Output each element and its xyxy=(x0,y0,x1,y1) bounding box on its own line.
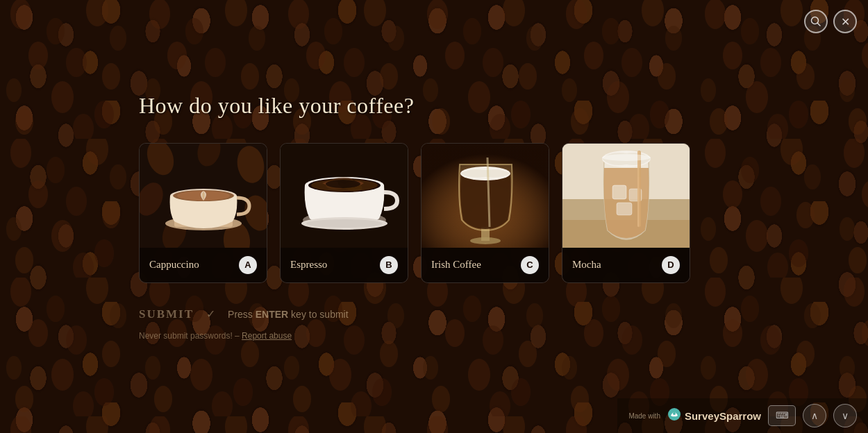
enter-hint: Press ENTER key to submit xyxy=(228,309,349,320)
cappuccino-footer: Cappuccino A xyxy=(140,248,267,282)
option-irish[interactable]: Irish Coffee C xyxy=(421,143,549,283)
enter-key-text: ENTER xyxy=(256,309,288,320)
svg-point-23 xyxy=(326,180,360,188)
irish-image xyxy=(422,144,549,248)
made-with-text: Made with xyxy=(628,412,660,420)
report-abuse-link[interactable]: Report abuse xyxy=(242,331,292,341)
close-button[interactable]: ✕ xyxy=(833,10,857,33)
nav-down-button[interactable]: ∨ xyxy=(833,404,857,427)
nav-up-button[interactable]: ∧ xyxy=(803,404,826,427)
mocha-key: D xyxy=(662,256,680,274)
search-button[interactable] xyxy=(804,10,828,33)
mocha-image xyxy=(562,144,690,248)
option-cappuccino[interactable]: Cappuccino A xyxy=(139,143,267,283)
submit-row: SUBMIT ✓ Press ENTER key to submit xyxy=(139,307,349,321)
svg-point-44 xyxy=(673,412,676,415)
sparrow-icon xyxy=(667,407,681,425)
close-icon: ✕ xyxy=(841,15,850,28)
espresso-key: B xyxy=(380,256,398,274)
svg-point-29 xyxy=(470,237,501,244)
espresso-image xyxy=(281,144,408,248)
mocha-label: Mocha xyxy=(572,259,601,271)
irish-label: Irish Coffee xyxy=(431,259,481,271)
svg-line-1 xyxy=(818,24,821,26)
svg-point-42 xyxy=(602,154,651,161)
keyboard-button[interactable]: ⌨ xyxy=(768,405,796,426)
cappuccino-key: A xyxy=(239,256,257,274)
svg-rect-37 xyxy=(612,185,626,199)
submit-checkmark: ✓ xyxy=(206,307,215,321)
question-title: How do you like your coffee? xyxy=(139,93,414,119)
irish-key: C xyxy=(521,256,539,274)
up-icon: ∧ xyxy=(811,410,818,422)
mocha-footer: Mocha D xyxy=(562,248,690,282)
espresso-footer: Espresso B xyxy=(281,248,408,282)
brand-logo: SurveySparrow xyxy=(667,407,761,425)
espresso-label: Espresso xyxy=(290,259,327,271)
bottom-bar: Made with SurveySparrow ⌨ ∧ ∨ xyxy=(617,398,868,433)
submit-button[interactable]: SUBMIT xyxy=(139,307,194,321)
down-icon: ∨ xyxy=(842,410,849,422)
option-mocha[interactable]: Mocha D xyxy=(562,143,690,283)
irish-footer: Irish Coffee C xyxy=(422,248,549,282)
survey-content: How do you like your coffee? xyxy=(0,0,868,433)
svg-rect-41 xyxy=(637,151,640,227)
keyboard-icon: ⌨ xyxy=(776,410,789,421)
top-right-controls: ✕ xyxy=(804,10,857,33)
brand-name: SurveySparrow xyxy=(685,410,761,422)
options-row: Cappuccino A xyxy=(139,143,690,283)
no-passwords-text: Never submit passwords! – xyxy=(139,331,240,341)
option-espresso[interactable]: Espresso B xyxy=(280,143,408,283)
report-row: Never submit passwords! – Report abuse xyxy=(139,331,292,341)
cappuccino-label: Cappuccino xyxy=(149,259,199,271)
cappuccino-image xyxy=(140,144,267,248)
svg-rect-39 xyxy=(617,203,632,215)
svg-point-25 xyxy=(306,219,383,228)
